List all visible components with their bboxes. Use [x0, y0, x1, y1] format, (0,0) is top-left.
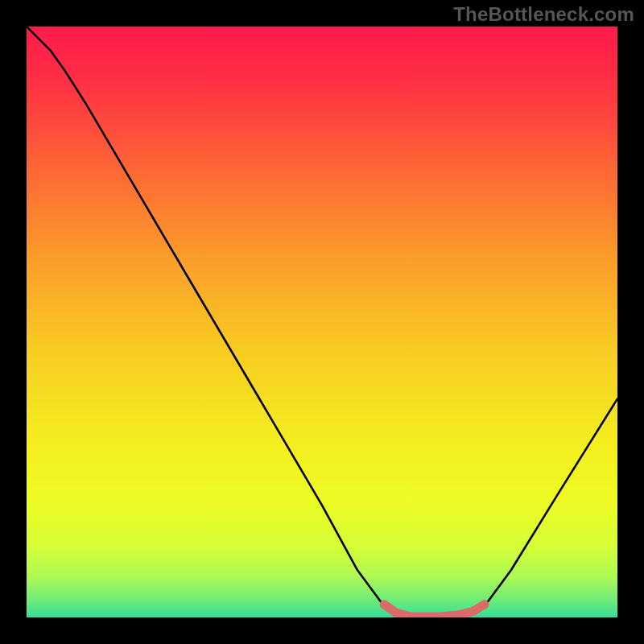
- plot-frame: [27, 27, 617, 617]
- optimal-band-highlight: [384, 605, 485, 617]
- watermark-text: TheBottleneck.com: [453, 3, 634, 26]
- chart-container: TheBottleneck.com: [0, 0, 644, 644]
- bottleneck-curve: [27, 27, 617, 617]
- curve-layer: [27, 27, 617, 617]
